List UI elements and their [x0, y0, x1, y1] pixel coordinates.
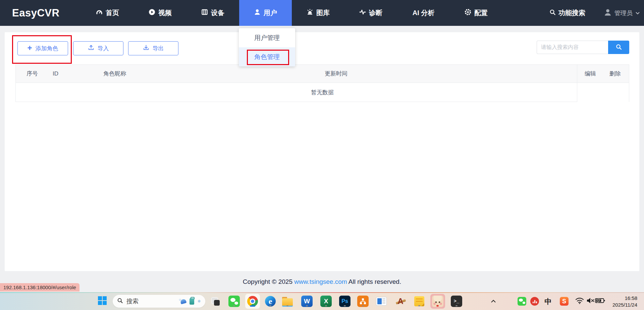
import-label: 导入 — [98, 45, 109, 52]
function-search-label: 功能搜索 — [558, 8, 585, 17]
column-header-updated: 更新时间 — [325, 65, 347, 83]
video-icon — [149, 9, 155, 17]
nav-item-user[interactable]: 用户 — [239, 0, 292, 26]
taskbar-app-notes[interactable] — [413, 295, 425, 307]
function-search[interactable]: 功能搜索 — [549, 0, 585, 26]
avatar-icon — [604, 8, 612, 18]
nav-label: 视频 — [158, 8, 172, 17]
table-header-row: 序号 ID 角色昵称 更新时间 — [16, 65, 629, 83]
tray-battery[interactable] — [595, 296, 605, 306]
taskbar-app-word[interactable]: W — [301, 295, 313, 307]
sticky-notes-icon — [414, 296, 424, 306]
taskbar-clock[interactable]: 16:58 2025/11/24 — [612, 295, 637, 308]
nav-item-home[interactable]: 首页 — [81, 0, 134, 26]
snowflake-icon: ❄ — [198, 299, 201, 303]
nav-item-config[interactable]: 配置 — [450, 0, 502, 26]
content-card: + 添加角色 导入 导出 序号 ID 角色昵称 更新时间 暂无数据 — [5, 32, 639, 271]
table-body: 暂无数据 — [16, 83, 629, 102]
tray-wechat[interactable] — [517, 296, 527, 306]
dashboard-icon — [96, 9, 103, 17]
export-label: 导出 — [153, 45, 164, 52]
battery-charging-icon — [595, 298, 605, 305]
tray-sogou[interactable]: S — [559, 296, 569, 306]
account-name: 管理员 — [614, 9, 633, 17]
empty-data-text: 暂无数据 — [16, 83, 629, 102]
taskbar-app-edge[interactable]: e — [264, 295, 276, 307]
app-logo: EasyCVR — [12, 0, 59, 26]
task-view-button[interactable] — [209, 295, 221, 307]
clock-time: 16:58 — [612, 295, 637, 302]
taskbar-app-chrome[interactable] — [247, 295, 259, 307]
column-header-id: ID — [53, 65, 58, 83]
nav-label: AI 分析 — [413, 8, 435, 17]
copyright: Copyright © 2025 www.tsingsee.com All ri… — [0, 278, 644, 286]
music-wave-icon — [530, 297, 539, 306]
nav-label: 首页 — [106, 8, 119, 17]
tsingsee-link[interactable]: www.tsingsee.com — [294, 278, 347, 285]
taskbar-search-label: 搜索 — [126, 297, 177, 305]
add-role-button[interactable]: + 添加角色 — [17, 41, 68, 55]
running-indicator — [325, 305, 327, 306]
nav-label: 图库 — [316, 8, 330, 17]
copyright-suffix: All rights reserved. — [347, 278, 401, 285]
tray-input-method[interactable]: 中 — [543, 296, 553, 306]
plus-icon: + — [27, 44, 32, 52]
nav-item-gallery[interactable]: 图库 — [292, 0, 344, 26]
start-button[interactable] — [96, 295, 108, 307]
gallery-icon — [307, 9, 313, 17]
search-input[interactable] — [537, 41, 608, 54]
nav-label: 用户 — [264, 8, 277, 17]
account-menu[interactable]: 管理员 — [604, 0, 640, 26]
actions-header: 编辑 删除 — [577, 65, 629, 83]
diagnosis-icon — [359, 9, 366, 17]
alert-indicator — [436, 305, 439, 307]
gear-icon — [465, 9, 471, 17]
nav-item-video[interactable]: 视频 — [134, 0, 186, 26]
top-nav: EasyCVR 首页 视频 设备 用户 图库 诊断 AI 分析 — [0, 0, 644, 26]
menu-item-user-management[interactable]: 用户管理 — [239, 28, 295, 47]
chevron-up-icon — [491, 298, 496, 304]
user-dropdown-menu: 用户管理 角色管理 — [239, 28, 295, 66]
taskbar-app-explorer[interactable] — [281, 295, 293, 307]
import-button[interactable]: 导入 — [73, 41, 123, 55]
roles-table: 序号 ID 角色昵称 更新时间 暂无数据 编辑 删除 — [15, 64, 629, 102]
taskbar-app-excel[interactable]: X — [320, 295, 332, 307]
running-indicator — [306, 305, 308, 306]
taskbar-search[interactable]: 搜索 ❄ — [113, 295, 205, 308]
wechat-icon — [518, 297, 526, 306]
taskbar-app-terminal[interactable]: >_ — [450, 295, 463, 307]
hidden-icons-button[interactable] — [489, 295, 498, 307]
tray-volume[interactable] — [585, 296, 595, 306]
search-icon — [549, 9, 556, 17]
running-indicator — [418, 305, 420, 306]
taskbar-app-anime[interactable] — [432, 295, 444, 307]
wifi-icon — [575, 297, 584, 306]
export-button[interactable]: 导出 — [128, 41, 178, 55]
actions-body — [577, 83, 629, 102]
running-indicator — [344, 305, 346, 306]
download-icon — [143, 44, 149, 52]
tray-music[interactable] — [530, 296, 540, 306]
tray-wifi[interactable] — [575, 296, 585, 306]
taskbar-app-wechat[interactable] — [228, 295, 240, 307]
taskbar-app-photos[interactable] — [375, 295, 387, 307]
photos-icon — [376, 297, 387, 306]
upload-icon — [88, 44, 94, 52]
nav-item-device[interactable]: 设备 — [186, 0, 239, 26]
copyright-prefix: Copyright © 2025 — [243, 278, 294, 285]
taskbar-app-design[interactable]: A — [394, 295, 407, 307]
taskbar-app-photoshop[interactable]: Ps — [339, 295, 351, 307]
file-explorer-icon — [282, 297, 293, 306]
nav-item-ai-analysis[interactable]: AI 分析 — [397, 0, 450, 26]
nav-item-diagnosis[interactable]: 诊断 — [344, 0, 397, 26]
add-role-label: 添加角色 — [36, 45, 58, 52]
search-button[interactable] — [608, 41, 629, 54]
running-indicator — [233, 305, 235, 306]
menu-item-role-management[interactable]: 角色管理 — [239, 47, 295, 66]
column-header-nickname: 角色昵称 — [103, 65, 126, 83]
search-icon — [117, 298, 123, 305]
taskbar-app-flowchart[interactable] — [357, 295, 369, 307]
nav-label: 配置 — [474, 8, 488, 17]
browser-status-url: 192.168.1.136:18000/#/user/role — [0, 283, 79, 292]
running-indicator — [269, 305, 271, 306]
